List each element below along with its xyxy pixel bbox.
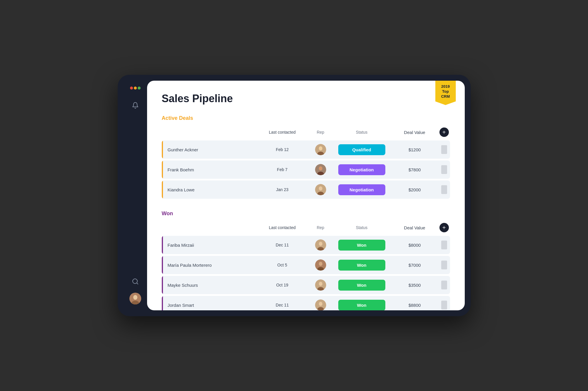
top-crm-badge: 2019 Top CRM [435, 81, 456, 105]
user-avatar[interactable] [129, 293, 141, 304]
row-status: Won [332, 240, 391, 251]
header-status: Status [332, 225, 391, 230]
svg-point-9 [319, 166, 322, 170]
svg-point-21 [319, 282, 322, 286]
header-deal-value: Deal Value [391, 130, 438, 135]
row-status: Won [332, 300, 391, 311]
drag-handle[interactable] [441, 185, 447, 194]
header-rep: Rep [309, 225, 332, 230]
row-deal-value: $3500 [391, 283, 438, 288]
row-date: Oct 5 [256, 263, 309, 267]
row-deal-value: $2000 [391, 187, 438, 192]
row-status: Negotiation [332, 184, 391, 195]
header-add: + [438, 223, 450, 232]
row-action [438, 185, 450, 194]
active-deals-section: Active Deals Last contacted Rep Status D… [162, 115, 450, 199]
row-status: Qualified [332, 144, 391, 155]
row-deal-value: $7800 [391, 167, 438, 172]
status-badge: Qualified [338, 144, 385, 155]
logo [130, 87, 141, 90]
drag-handle[interactable] [441, 165, 447, 174]
won-header: Last contacted Rep Status Deal Value + [162, 221, 450, 234]
header-rep: Rep [309, 130, 332, 135]
header-add: + [438, 127, 450, 137]
add-won-deal-button[interactable]: + [439, 223, 449, 232]
row-date: Dec 11 [256, 243, 309, 247]
row-name: Mayke Schuurs [162, 283, 256, 288]
row-deal-value: $7000 [391, 263, 438, 268]
row-date: Feb 7 [256, 167, 309, 172]
row-rep [309, 279, 332, 291]
status-badge: Negotiation [338, 164, 385, 175]
row-rep [309, 239, 332, 251]
row-status: Won [332, 260, 391, 271]
active-deals-header: Last contacted Rep Status Deal Value + [162, 126, 450, 139]
status-badge: Won [338, 240, 385, 251]
active-deals-title: Active Deals [162, 115, 450, 121]
won-title: Won [162, 211, 450, 217]
drag-handle[interactable] [441, 301, 447, 309]
logo-dot-red [130, 87, 133, 90]
status-badge: Won [338, 300, 385, 311]
header-last-contacted: Last contacted [256, 130, 309, 135]
drag-handle[interactable] [441, 145, 447, 154]
row-status: Won [332, 280, 391, 291]
row-date: Jan 23 [256, 187, 309, 192]
row-rep [309, 184, 332, 195]
table-row: Jordan Smart Dec 11 Won $8800 [162, 296, 450, 310]
row-rep [309, 164, 332, 175]
row-status: Negotiation [332, 164, 391, 175]
row-deal-value: $8800 [391, 303, 438, 308]
row-action [438, 241, 450, 249]
row-action [438, 301, 450, 309]
drag-handle[interactable] [441, 261, 447, 269]
svg-point-24 [319, 302, 322, 306]
row-name: Gunther Ackner [162, 147, 256, 152]
row-deal-value: $8000 [391, 243, 438, 248]
notification-icon[interactable] [131, 101, 139, 110]
row-date: Feb 12 [256, 147, 309, 152]
drag-handle[interactable] [441, 241, 447, 249]
status-badge: Negotiation [338, 184, 385, 195]
row-date: Dec 11 [256, 303, 309, 307]
row-deal-value: $1200 [391, 147, 438, 152]
table-row: Mayke Schuurs Oct 19 Won $3500 [162, 276, 450, 294]
row-action [438, 281, 450, 289]
svg-point-12 [319, 186, 322, 190]
logo-dot-green [138, 87, 141, 90]
table-row: Frank Boehm Feb 7 Negotiation $7800 [162, 160, 450, 179]
svg-point-3 [133, 295, 137, 300]
svg-point-18 [319, 262, 322, 266]
row-name: Frank Boehm [162, 167, 256, 172]
row-date: Oct 19 [256, 283, 309, 287]
won-section: Won Last contacted Rep Status Deal Value… [162, 211, 450, 310]
sidebar [124, 81, 147, 310]
table-row: Gunther Ackner Feb 12 Qualified $1200 [162, 140, 450, 159]
logo-dot-orange [134, 87, 137, 90]
main-content: 2019 Top CRM Sales Pipeline Active Deals… [147, 81, 465, 310]
search-icon[interactable] [131, 277, 139, 286]
row-action [438, 145, 450, 154]
drag-handle[interactable] [441, 281, 447, 289]
header-deal-value: Deal Value [391, 225, 438, 230]
page-title: Sales Pipeline [162, 92, 450, 105]
svg-point-15 [319, 242, 322, 246]
row-name: Jordan Smart [162, 303, 256, 308]
row-name: María Paula Morterero [162, 263, 256, 268]
svg-line-1 [136, 283, 138, 284]
row-action [438, 165, 450, 174]
row-rep [309, 144, 332, 155]
add-active-deal-button[interactable]: + [439, 127, 449, 137]
row-rep [309, 259, 332, 271]
table-row: Kiandra Lowe Jan 23 Negotiation $2000 [162, 180, 450, 199]
svg-point-6 [319, 146, 322, 150]
header-last-contacted: Last contacted [256, 225, 309, 230]
row-action [438, 261, 450, 269]
status-badge: Won [338, 280, 385, 291]
row-name: Kiandra Lowe [162, 187, 256, 192]
device-frame: 2019 Top CRM Sales Pipeline Active Deals… [118, 75, 471, 316]
row-name: Fariba Mirzaii [162, 243, 256, 248]
row-rep [309, 299, 332, 310]
header-status: Status [332, 130, 391, 135]
status-badge: Won [338, 260, 385, 271]
